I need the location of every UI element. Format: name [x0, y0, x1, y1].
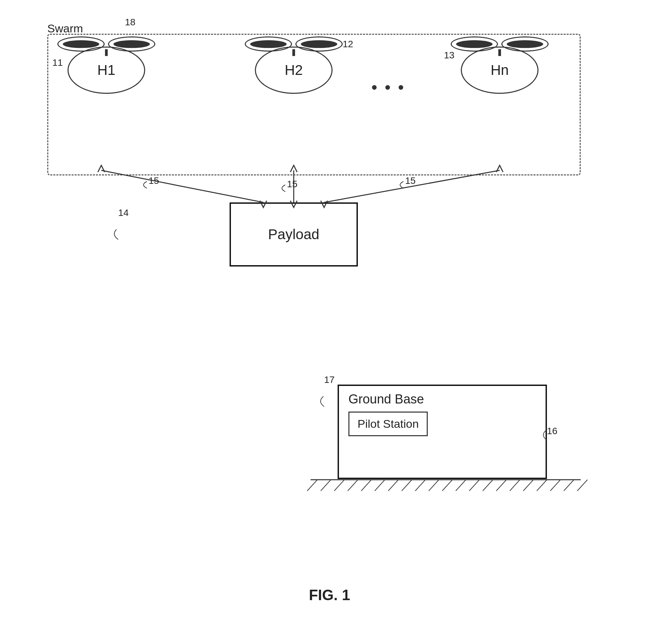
drone-h1: H1	[56, 37, 157, 94]
svg-line-23	[523, 480, 533, 491]
rotor-right	[501, 37, 549, 52]
figure-label: FIG. 1	[309, 586, 350, 603]
svg-line-21	[496, 480, 506, 491]
pilot-station-box: Pilot Station	[348, 412, 428, 436]
svg-line-11	[361, 480, 371, 491]
svg-text:15: 15	[287, 179, 298, 189]
svg-line-8	[321, 480, 331, 491]
ground-base-box: Ground Base Pilot Station	[337, 385, 547, 479]
rotor-left	[245, 37, 292, 52]
drone-h2: H2	[243, 37, 344, 94]
ground-base-ref: 17	[324, 374, 334, 385]
svg-line-16	[429, 480, 439, 491]
dots-ellipsis: • • •	[371, 77, 405, 97]
drone-h1-ref: 11	[52, 58, 63, 68]
payload-ref: 14	[118, 207, 129, 218]
svg-line-12	[375, 480, 385, 491]
svg-text:15: 15	[405, 176, 416, 186]
svg-line-15	[415, 480, 425, 491]
payload-box: Payload	[229, 202, 358, 267]
svg-line-17	[442, 480, 453, 491]
rotor-left	[58, 37, 105, 52]
svg-line-13	[388, 480, 398, 491]
ground-base-title: Ground Base	[348, 392, 540, 407]
svg-line-27	[577, 480, 588, 491]
svg-text:15: 15	[149, 176, 159, 186]
svg-line-25	[550, 480, 561, 491]
svg-line-26	[564, 480, 574, 491]
svg-line-10	[348, 480, 358, 491]
swarm-label: Swarm	[47, 22, 83, 35]
svg-line-24	[537, 480, 547, 491]
svg-line-22	[510, 480, 520, 491]
drone-h2-ref: 12	[343, 39, 353, 50]
rotor-right	[108, 37, 155, 52]
svg-line-20	[483, 480, 493, 491]
svg-line-9	[334, 480, 344, 491]
svg-line-18	[456, 480, 466, 491]
center-post	[105, 49, 108, 56]
center-post	[498, 49, 501, 56]
svg-line-14	[402, 480, 412, 491]
rotor-left	[451, 37, 498, 52]
diagram-container: Swarm 18 H1 11 H2 12 • • •	[0, 0, 659, 644]
drone-hn: Hn	[449, 37, 550, 94]
pilot-station-ref: 16	[547, 426, 557, 437]
svg-line-7	[307, 480, 317, 491]
svg-line-19	[469, 480, 479, 491]
center-post	[292, 49, 295, 56]
rotor-right	[295, 37, 343, 52]
swarm-ref-number: 18	[125, 17, 135, 28]
